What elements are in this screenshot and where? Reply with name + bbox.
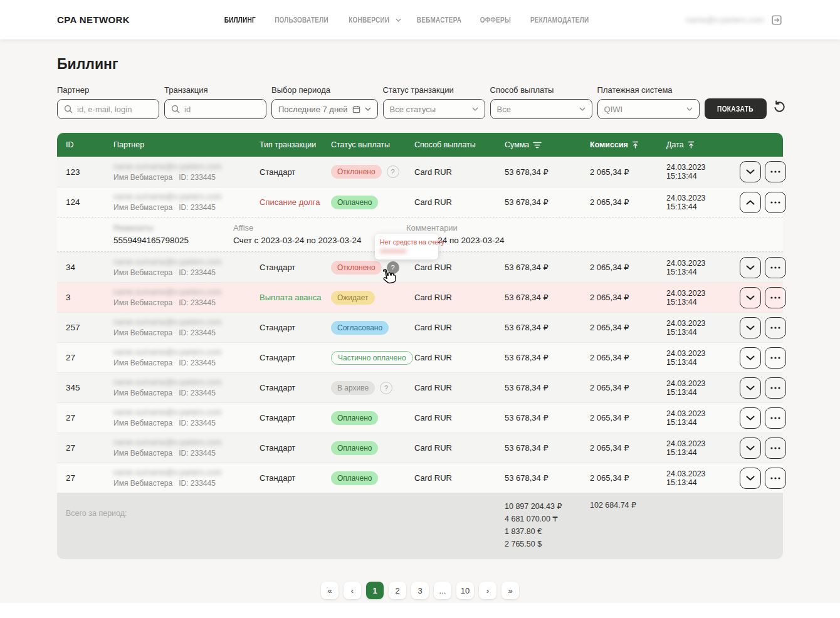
row-menu-button[interactable]: [765, 257, 786, 278]
col-commission: Комиссия: [590, 140, 666, 149]
payout-method-select[interactable]: Все: [490, 99, 592, 119]
row-status: Ожидает: [331, 291, 414, 305]
expand-row-button[interactable]: [740, 407, 761, 429]
row-payout-method: Card RUR: [414, 353, 505, 362]
partner-subline: Имя ВебмастераID: 233445: [113, 298, 260, 307]
question-icon[interactable]: ?: [387, 165, 399, 178]
nav-item-label: ОФФЕРЫ: [480, 16, 510, 24]
time-value: 15:13:44: [666, 268, 740, 276]
row-transaction-type: Стандарт: [260, 353, 331, 362]
filter-status: Статус транзакции Все статусы: [383, 85, 485, 119]
row-date: 24.03.202315:13:44: [666, 319, 740, 337]
row-menu-button[interactable]: [765, 437, 786, 459]
transaction-type-label: Стандарт: [260, 263, 295, 272]
nav-item-offers[interactable]: ОФФЕРЫ: [477, 16, 514, 24]
sort-icon[interactable]: [688, 141, 695, 149]
row-amount: 53 678,34 ₽: [505, 473, 590, 483]
page-button-page-2[interactable]: 2: [389, 582, 406, 599]
nav-item-advertisers[interactable]: РЕКЛАМОДАТЕЛИ: [525, 16, 594, 24]
row-menu-button[interactable]: [765, 317, 786, 338]
date-value: 24.03.2023: [666, 379, 740, 388]
totals-label: Всего за период:: [57, 509, 505, 518]
partner-subline: Имя ВебмастераID: 233445: [113, 449, 260, 458]
collapse-row-button[interactable]: [740, 192, 761, 213]
row-menu-button[interactable]: [765, 377, 786, 399]
partner-input[interactable]: [77, 105, 152, 114]
nav-item-users[interactable]: ПОЛЬЗОВАТЕЛИ: [270, 16, 333, 24]
col-partner: Партнер: [113, 140, 260, 149]
sort-icon[interactable]: [632, 141, 639, 149]
page-button-next[interactable]: ›: [479, 582, 496, 599]
transaction-input[interactable]: [184, 105, 260, 114]
transaction-type-label: Стандарт: [260, 167, 295, 177]
expand-row-button[interactable]: [740, 161, 761, 182]
main-nav: БИЛЛИНГПОЛЬЗОВАТЕЛИКОНВЕРСИИВЕБМАСТЕРАОФ…: [221, 16, 595, 24]
expand-row-button[interactable]: [740, 317, 761, 338]
row-id: 257: [57, 323, 113, 332]
row-status: В архиве?: [331, 381, 414, 395]
chevron-down-icon: [396, 18, 401, 22]
transaction-input-wrap: [164, 99, 266, 119]
page-button-page-10[interactable]: 10: [456, 582, 474, 599]
logout-icon[interactable]: [770, 14, 783, 26]
nav-item-billing[interactable]: БИЛЛИНГ: [221, 16, 259, 24]
filter-period: Выбор периода Последние 7 дней: [271, 85, 378, 119]
page-button-page-1[interactable]: 1: [366, 582, 384, 599]
page-button-page-3[interactable]: 3: [411, 582, 429, 599]
filter-payment-system: Платежная система QIWI: [597, 85, 700, 119]
webmaster-name: Имя Вебмастера: [113, 479, 172, 488]
row-transaction-type: Стандарт: [260, 323, 331, 332]
period-select[interactable]: Последние 7 дней: [271, 99, 378, 119]
payment-system-select[interactable]: QIWI: [597, 99, 700, 119]
webmaster-name: Имя Вебмастера: [113, 359, 172, 367]
partner-email-blurred: name.surname@x-parters.com: [113, 378, 260, 387]
row-menu-button[interactable]: [765, 468, 786, 489]
nav-item-webmasters[interactable]: ВЕБМАСТЕРА: [412, 16, 466, 24]
row-menu-button[interactable]: [765, 347, 786, 369]
row-menu-button[interactable]: [765, 192, 786, 213]
expand-row-button[interactable]: [740, 347, 761, 369]
col-amount: Сумма: [505, 140, 590, 149]
expand-row-button[interactable]: [740, 437, 761, 459]
row-menu-button[interactable]: [765, 161, 786, 182]
expand-row-button[interactable]: [740, 377, 761, 399]
row-menu-button[interactable]: [765, 407, 786, 429]
question-icon[interactable]: ?: [380, 382, 392, 394]
show-button[interactable]: ПОКАЗАТЬ: [705, 98, 767, 119]
row-date: 24.03.202315:13:44: [666, 409, 740, 427]
totals-sum-line: 2 765.50 $: [505, 538, 590, 550]
totals-row: Всего за период: 10 897 204.43 ₽4 681 07…: [57, 493, 783, 559]
status-select[interactable]: Все статусы: [383, 99, 485, 119]
nav-item-label: ВЕБМАСТЕРА: [416, 16, 461, 24]
expand-row-button[interactable]: [740, 468, 761, 489]
status-badge: Оплачено: [331, 196, 378, 209]
row-commission: 2 065,34 ₽: [590, 383, 666, 392]
expand-row-button[interactable]: [740, 257, 761, 278]
table-row: 27name.surname@x-parters.comИмя Вебмасте…: [57, 342, 783, 372]
user-box: name@x-parters.com: [686, 14, 783, 26]
filter-icon[interactable]: [533, 142, 542, 149]
date-value: 24.03.2023: [666, 289, 740, 298]
transaction-type-label: Стандарт: [260, 473, 295, 483]
row-transaction-type: Стандарт: [260, 383, 331, 392]
chevron-down-icon: [686, 107, 693, 111]
page-button-prev[interactable]: ‹: [344, 582, 361, 599]
row-status: Отклонено?: [331, 165, 414, 179]
page-button-last[interactable]: »: [501, 582, 519, 599]
row-id: 34: [57, 263, 113, 272]
row-amount: 53 678,34 ₽: [505, 353, 590, 362]
row-menu-button[interactable]: [765, 287, 786, 308]
page-title: Биллинг: [57, 56, 783, 73]
row-date: 24.03.202315:13:44: [666, 469, 740, 487]
partner-email-blurred: name.surname@x-parters.com: [113, 192, 260, 201]
expand-row-button[interactable]: [740, 287, 761, 308]
row-status: Частично оплачено: [331, 351, 414, 365]
billing-table: ID Партнер Тип транзакции Статус выплаты…: [57, 133, 783, 559]
page-button-ellipsis[interactable]: ...: [434, 582, 451, 599]
webmaster-id: ID: 233445: [179, 419, 216, 427]
nav-item-conversions[interactable]: КОНВЕРСИИ: [345, 16, 401, 24]
row-payout-method: Card RUR: [414, 263, 505, 272]
row-transaction-type: Стандарт: [260, 167, 331, 177]
page-button-first[interactable]: «: [321, 582, 339, 599]
reset-filters-icon[interactable]: [772, 99, 787, 117]
